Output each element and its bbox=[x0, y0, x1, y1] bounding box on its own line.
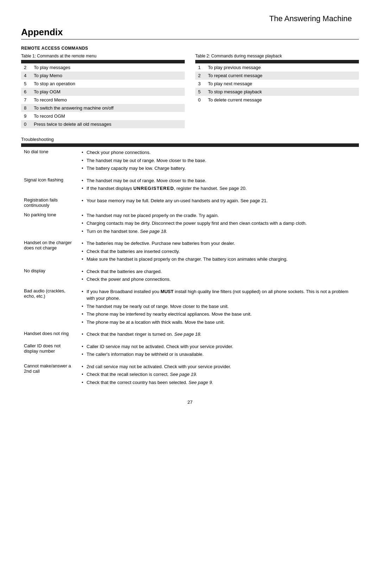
trouble-header-cell bbox=[21, 143, 359, 147]
list-item: The handset may be nearly out of range. … bbox=[81, 303, 356, 310]
trouble-bullets: Your base memory may be full. Delete any… bbox=[77, 195, 359, 210]
cmd-key: 5 bbox=[21, 80, 31, 88]
table-row: 5To stop message playback bbox=[195, 88, 359, 96]
list-item: If the handset displays UNREGISTERED, re… bbox=[81, 185, 356, 192]
trouble-header-row bbox=[21, 143, 359, 147]
cmd-key: 8 bbox=[21, 104, 31, 112]
bullet-list: Your base memory may be full. Delete any… bbox=[81, 197, 356, 204]
cmd-key: 9 bbox=[21, 112, 31, 120]
table1-caption: Table 1: Commands at the remote menu bbox=[21, 54, 185, 58]
list-item: The batteries may be defective. Purchase… bbox=[81, 240, 356, 247]
cmd-key: 2 bbox=[195, 72, 205, 80]
bullet-list: The handset may not be placed properly o… bbox=[81, 212, 356, 235]
table-row: 0To delete current message bbox=[195, 96, 359, 104]
list-item: The caller's information may be withheld… bbox=[81, 351, 356, 358]
see-page: See page 19. bbox=[170, 372, 197, 377]
cmd-value: Press twice to delete all old messages bbox=[31, 120, 185, 128]
troubleshooting-caption: Troubleshooting bbox=[21, 137, 359, 142]
trouble-row: Handset on the charger does not chargeTh… bbox=[21, 238, 359, 266]
trouble-row: Caller ID does not display numberCaller … bbox=[21, 341, 359, 361]
list-item: The battery capacity may be low. Charge … bbox=[81, 165, 356, 172]
trouble-bullets: Check your phone connections.The handset… bbox=[77, 147, 359, 175]
cmd-value: To stop message playback bbox=[205, 88, 359, 96]
trouble-bullets: Check that the handset ringer is turned … bbox=[77, 329, 359, 341]
list-item: Check the power and phone connections. bbox=[81, 276, 356, 283]
cmd-value: To play OGM bbox=[31, 88, 185, 96]
list-item: The handset may be out of range. Move cl… bbox=[81, 177, 356, 184]
trouble-issue: Caller ID does not display number bbox=[21, 341, 77, 361]
list-item: Caller ID service may not be activated. … bbox=[81, 343, 356, 350]
bullet-list: 2nd call service may not be activated. C… bbox=[81, 363, 356, 386]
list-item: The phone may be at a location with thic… bbox=[81, 319, 356, 326]
table-row: 4To play Memo bbox=[21, 72, 185, 80]
table2-header-col2 bbox=[205, 60, 359, 63]
cmd-value: To play Memo bbox=[31, 72, 185, 80]
trouble-issue: Signal icon flashing bbox=[21, 175, 77, 195]
cmd-key: 2 bbox=[21, 63, 31, 72]
section-heading: REMOTE ACCESS COMMANDS bbox=[21, 46, 359, 51]
table1-header-row bbox=[21, 60, 185, 63]
trouble-row: Registration fails continuouslyYour base… bbox=[21, 195, 359, 210]
table-row: 0Press twice to delete all old messages bbox=[21, 120, 185, 128]
cmd-key: 6 bbox=[21, 88, 31, 96]
trouble-issue: No dial tone bbox=[21, 147, 77, 175]
list-item: The phone may be interfered by nearby el… bbox=[81, 311, 356, 318]
list-item: 2nd call service may not be activated. C… bbox=[81, 363, 356, 370]
table1-header-col2 bbox=[31, 60, 185, 63]
trouble-row: No dial toneCheck your phone connections… bbox=[21, 147, 359, 175]
list-item: The handset may not be placed properly o… bbox=[81, 212, 356, 219]
trouble-bullets: The batteries may be defective. Purchase… bbox=[77, 238, 359, 266]
bullet-list: Check that the handset ringer is turned … bbox=[81, 331, 356, 338]
cmd-key: 0 bbox=[195, 96, 205, 104]
bullet-list: The handset may be out of range. Move cl… bbox=[81, 177, 356, 192]
see-page: See page 9. bbox=[189, 380, 213, 385]
trouble-issue: No parking tone bbox=[21, 210, 77, 238]
list-item: Turn on the handset tone. See page 18. bbox=[81, 228, 356, 235]
bullet-list: Check your phone connections.The handset… bbox=[81, 149, 356, 172]
cmd-value: To play next message bbox=[205, 80, 359, 88]
table-row: 6To play OGM bbox=[21, 88, 185, 96]
list-item: Check that the recall selection is corre… bbox=[81, 371, 356, 378]
table-row: 1To play previous message bbox=[195, 63, 359, 72]
appendix-title: Appendix bbox=[21, 27, 359, 38]
must-text: MUST bbox=[160, 289, 173, 294]
cmd-value: To play previous message bbox=[205, 63, 359, 72]
cmd-value: To delete current message bbox=[205, 96, 359, 104]
cmd-value: To stop an operation bbox=[31, 80, 185, 88]
list-item: Make sure the handset is placed properly… bbox=[81, 256, 356, 263]
table1-body: 2To play messages4To play Memo5To stop a… bbox=[21, 63, 185, 128]
cmd-key: 4 bbox=[21, 72, 31, 80]
bullet-list: Check that the batteries are charged.Che… bbox=[81, 268, 356, 283]
table2: 1To play previous message2To repeat curr… bbox=[195, 60, 359, 104]
trouble-row: Handset does not ringCheck that the hand… bbox=[21, 329, 359, 341]
list-item: Check that the batteries are charged. bbox=[81, 268, 356, 275]
trouble-body: No dial toneCheck your phone connections… bbox=[21, 147, 359, 389]
page-number: 27 bbox=[21, 400, 359, 405]
trouble-bullets: The handset may be out of range. Move cl… bbox=[77, 175, 359, 195]
table1: 2To play messages4To play Memo5To stop a… bbox=[21, 60, 185, 128]
tables-row: Table 1: Commands at the remote menu 2To… bbox=[21, 54, 359, 128]
trouble-bullets: Caller ID service may not be activated. … bbox=[77, 341, 359, 361]
list-item: Check that the batteries are inserted co… bbox=[81, 248, 356, 255]
list-item: Charging contacts may be dirty. Disconne… bbox=[81, 220, 356, 227]
trouble-row: Cannot make/answer a 2nd call2nd call se… bbox=[21, 361, 359, 389]
trouble-issue: Handset does not ring bbox=[21, 329, 77, 341]
cmd-value: To play messages bbox=[31, 63, 185, 72]
table2-container: Table 2: Commands during message playbac… bbox=[195, 54, 359, 128]
table1-container: Table 1: Commands at the remote menu 2To… bbox=[21, 54, 185, 128]
cmd-value: To repeat current message bbox=[205, 72, 359, 80]
trouble-issue: Handset on the charger does not charge bbox=[21, 238, 77, 266]
table2-caption: Table 2: Commands during message playbac… bbox=[195, 54, 359, 58]
trouble-row: Signal icon flashingThe handset may be o… bbox=[21, 175, 359, 195]
trouble-bullets: If you have Broadband installed you MUST… bbox=[77, 286, 359, 329]
title-divider bbox=[21, 39, 359, 39]
trouble-row: No parking toneThe handset may not be pl… bbox=[21, 210, 359, 238]
table-row: 2To repeat current message bbox=[195, 72, 359, 80]
list-item: If you have Broadband installed you MUST… bbox=[81, 288, 356, 302]
cmd-key: 3 bbox=[195, 80, 205, 88]
cmd-value: To switch the answering machine on/off bbox=[31, 104, 185, 112]
troubleshooting-table: No dial toneCheck your phone connections… bbox=[21, 143, 359, 389]
page-header: The Answering Machine bbox=[21, 14, 359, 23]
see-page: See page 18. bbox=[174, 332, 201, 337]
table-row: 8To switch the answering machine on/off bbox=[21, 104, 185, 112]
